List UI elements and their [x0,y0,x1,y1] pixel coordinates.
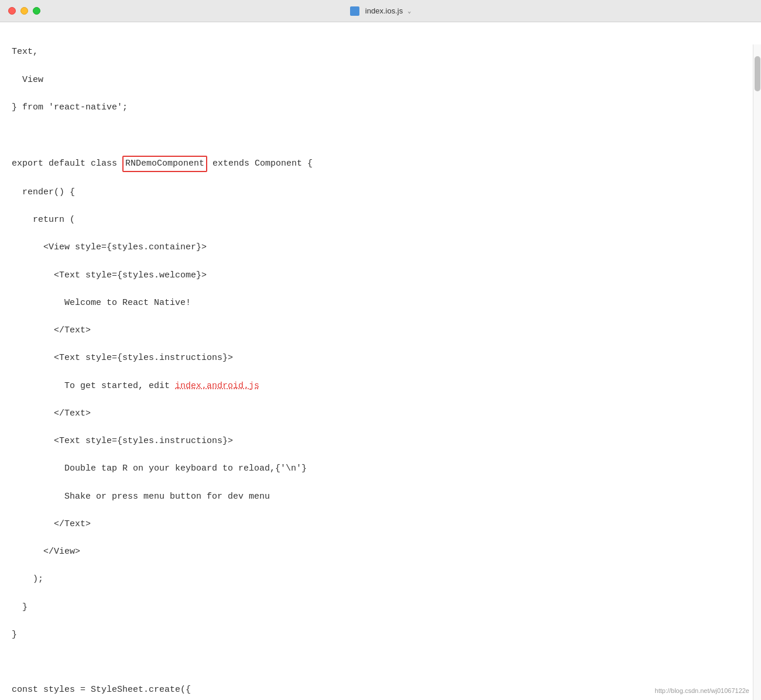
scrollbar-thumb[interactable] [755,56,760,91]
code-line-14: </Text> [12,407,743,421]
code-line-11: </Text> [12,324,743,338]
window-controls [8,7,40,15]
code-line-13: To get started, edit index.android.js [12,379,743,393]
code-content: Text, View } from 'react-native'; export… [12,32,743,700]
code-line-24: const styles = StyleSheet.create({ [12,683,743,697]
minimize-button[interactable] [20,7,28,15]
code-line-9: <Text style={styles.welcome}> [12,269,743,283]
code-line-22: } [12,628,743,642]
scrollbar[interactable] [753,44,761,700]
file-icon [350,6,359,16]
maximize-button[interactable] [33,7,40,15]
code-line-2: View [12,73,743,87]
code-line-5: export default class RNDemoComponent ext… [12,156,743,171]
tab-title[interactable]: index.ios.js [365,6,403,15]
code-line-10: Welcome to React Native! [12,296,743,310]
code-editor[interactable]: Text, View } from 'react-native'; export… [0,22,761,700]
code-line-16: Double tap R on your keyboard to reload,… [12,462,743,476]
code-line-12: <Text style={styles.instructions}> [12,351,743,365]
code-line-4 [12,128,743,142]
code-line-8: <View style={styles.container}> [12,241,743,255]
index-android-link[interactable]: index.android.js [175,381,259,391]
code-line-18: </Text> [12,517,743,531]
titlebar: index.ios.js ⌄ [0,0,761,22]
code-line-6: render() { [12,186,743,200]
class-name-highlight: RNDemoComponent [122,156,207,171]
code-line-20: ); [12,572,743,586]
code-line-3: } from 'react-native'; [12,101,743,115]
code-line-17: Shake or press menu button for dev menu [12,490,743,504]
code-line-21: } [12,601,743,615]
tab-bar: index.ios.js ⌄ [350,6,411,16]
main-window: index.ios.js ⌄ Text, View } from 'react-… [0,0,761,700]
code-line-23 [12,656,743,670]
code-line-19: </View> [12,545,743,559]
close-button[interactable] [8,7,16,15]
code-line-15: <Text style={styles.instructions}> [12,434,743,448]
code-line-1: Text, [12,45,743,59]
watermark: http://blog.csdn.net/wj01067122e [655,687,749,694]
chevron-down-icon[interactable]: ⌄ [407,8,411,15]
code-line-7: return ( [12,213,743,227]
